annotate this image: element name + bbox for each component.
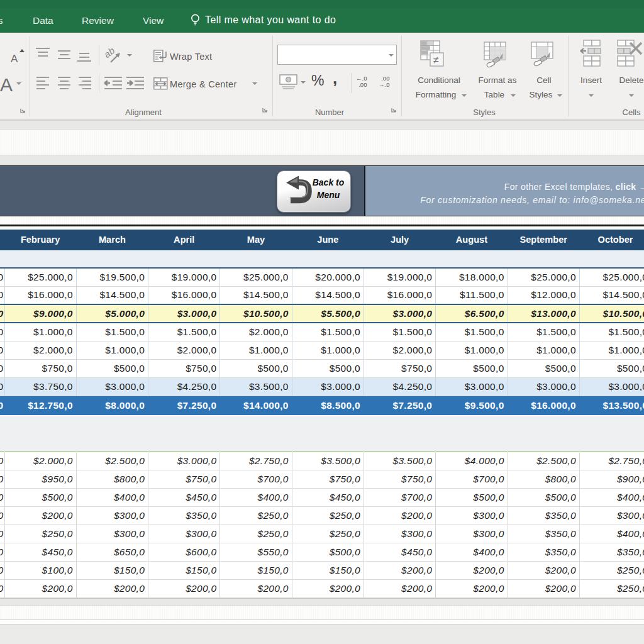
expense-cell[interactable]: $200,0 — [76, 580, 148, 598]
expense-cell[interactable]: $200,0 — [292, 580, 364, 598]
revenue-cell[interactable]: $1.000,0 — [76, 341, 148, 359]
expense-cell[interactable]: $350,0 — [508, 507, 579, 525]
expense-cell[interactable]: $450,0 — [292, 489, 364, 507]
expense-cell[interactable]: $100,0 — [4, 562, 76, 580]
expense-cell[interactable]: $800,0 — [508, 470, 579, 489]
expense-cell[interactable]: $350,0 — [508, 525, 579, 543]
revenue-cell[interactable]: $25.000,0 — [579, 268, 644, 286]
expense-cell[interactable]: $3.500,0 — [364, 452, 435, 470]
expense-cell[interactable]: $200,0 — [220, 580, 292, 598]
conditional-formatting-label2[interactable]: Formatting — [416, 90, 457, 99]
revenue-cell[interactable]: $1.500,0 — [436, 323, 508, 341]
january-clipped-value[interactable]: ,0 — [0, 507, 4, 525]
january-clipped-value[interactable]: ,0 — [0, 543, 4, 562]
expense-cell[interactable]: $200,0 — [364, 507, 435, 525]
conditional-formatting-button[interactable]: ≠ — [415, 39, 445, 72]
january-clipped-value[interactable]: ,0 — [0, 489, 4, 507]
expense-cell[interactable]: $750,0 — [148, 470, 220, 489]
month-header-march[interactable]: March — [76, 230, 148, 250]
merge-center-icon[interactable] — [153, 77, 168, 91]
wrap-text-label[interactable]: Wrap Text — [170, 52, 212, 62]
grow-font-icon[interactable]: A — [0, 48, 25, 65]
back-to-menu-button[interactable]: Back toMenu — [277, 170, 351, 213]
number-dialog-launcher[interactable] — [391, 108, 397, 113]
expense-cell[interactable]: $2.750,0 — [579, 452, 644, 470]
format-as-table-label1[interactable]: Format as — [479, 75, 517, 85]
revenue-cell[interactable]: $500,0 — [220, 359, 292, 377]
month-header-october[interactable]: October — [579, 230, 644, 250]
january-clipped-value[interactable]: ,0 — [0, 359, 4, 377]
wrap-text-icon[interactable] — [153, 50, 168, 63]
month-header-april[interactable]: April — [148, 230, 220, 250]
expense-cell[interactable]: $650,0 — [76, 543, 148, 562]
alignment-dialog-launcher[interactable] — [262, 108, 268, 113]
expense-cell[interactable]: $150,0 — [76, 562, 148, 580]
january-clipped-value[interactable]: ,0 — [0, 268, 4, 286]
revenue-cell[interactable]: $16.000,0 — [508, 396, 579, 415]
revenue-cell[interactable]: $3.500,0 — [220, 377, 292, 396]
tab-review[interactable]: Review — [82, 14, 114, 33]
expense-cell[interactable]: $350,0 — [508, 543, 579, 562]
revenue-cell[interactable]: $3.000,0 — [364, 304, 435, 323]
font-dialog-launcher[interactable] — [20, 108, 26, 114]
expense-cell[interactable]: $200,0 — [508, 580, 579, 598]
expense-cell[interactable]: $800,0 — [76, 470, 148, 489]
insert-caret[interactable] — [589, 94, 594, 97]
expense-cell[interactable]: $250,0 — [579, 562, 644, 580]
accounting-format-caret[interactable] — [301, 81, 306, 84]
revenue-cell[interactable]: $8.000,0 — [76, 396, 148, 415]
revenue-cell[interactable]: $3.000,0 — [148, 304, 220, 323]
merge-center-label[interactable]: Merge & Center — [170, 79, 237, 89]
revenue-cell[interactable]: $750,0 — [364, 359, 435, 377]
revenue-cell[interactable]: $2.000,0 — [220, 323, 292, 341]
revenue-cell[interactable]: $16.000,0 — [148, 286, 220, 304]
revenue-cell[interactable]: $500,0 — [508, 359, 579, 377]
cell-styles-label1[interactable]: Cell — [536, 75, 551, 85]
expense-cell[interactable]: $2.000,0 — [4, 452, 76, 470]
expense-cell[interactable]: $200,0 — [364, 580, 435, 598]
expense-cell[interactable]: $500,0 — [436, 489, 508, 507]
tab-view[interactable]: View — [143, 14, 164, 33]
month-header-september[interactable]: September — [508, 230, 579, 250]
decrease-decimal-button[interactable]: .00 →.0 — [379, 75, 389, 88]
revenue-cell[interactable]: $12.000,0 — [508, 286, 579, 304]
january-clipped-value[interactable]: ,0 — [0, 286, 4, 304]
revenue-cell[interactable]: $14.000,0 — [220, 396, 292, 415]
january-clipped-value[interactable]: ,0 — [0, 562, 4, 580]
revenue-cell[interactable]: $1.000,0 — [579, 341, 644, 359]
revenue-cell[interactable]: $2.000,0 — [364, 341, 435, 359]
conditional-formatting-caret[interactable] — [462, 94, 467, 97]
cell-styles-caret[interactable] — [557, 94, 562, 97]
january-clipped-value[interactable]: ,0 — [0, 377, 4, 396]
revenue-cell[interactable]: $18.000,0 — [436, 268, 508, 286]
revenue-cell[interactable]: $19.500,0 — [76, 268, 148, 286]
revenue-cell[interactable]: $500,0 — [292, 359, 364, 377]
revenue-cell[interactable]: $1.500,0 — [364, 323, 435, 341]
revenue-cell[interactable]: $1.500,0 — [579, 323, 644, 341]
month-header-july[interactable]: July — [364, 230, 435, 250]
revenue-cell[interactable]: $13.500,0 — [579, 396, 644, 415]
tab-formulas[interactable]: Formulas — [0, 14, 3, 33]
expense-cell[interactable]: $300,0 — [364, 525, 435, 543]
orientation-icon[interactable]: ab — [104, 45, 126, 65]
insert-label[interactable]: Insert — [580, 75, 602, 85]
revenue-cell[interactable]: $6.500,0 — [436, 304, 508, 323]
revenue-cell[interactable]: $19.000,0 — [364, 268, 435, 286]
expense-cell[interactable]: $400,0 — [436, 543, 508, 562]
revenue-cell[interactable]: $500,0 — [436, 359, 508, 377]
increase-decimal-button[interactable]: ←.0 .00 — [356, 75, 367, 88]
orientation-caret[interactable] — [127, 54, 132, 57]
revenue-cell[interactable]: $4.250,0 — [148, 377, 220, 396]
format-as-table-label2[interactable]: Table — [484, 90, 504, 99]
revenue-cell[interactable]: $13.000,0 — [508, 304, 579, 323]
revenue-cell[interactable]: $4.250,0 — [364, 377, 435, 396]
expense-cell[interactable]: $250,0 — [220, 525, 292, 543]
expense-cell[interactable]: $350,0 — [579, 543, 644, 562]
expense-cell[interactable]: $200,0 — [364, 562, 435, 580]
revenue-cell[interactable]: $2.000,0 — [148, 341, 220, 359]
expense-cell[interactable]: $200,0 — [436, 562, 508, 580]
revenue-cell[interactable]: $14.500,0 — [579, 286, 644, 304]
font-color-control[interactable]: A — [0, 74, 25, 97]
expense-cell[interactable]: $300,0 — [76, 525, 148, 543]
revenue-cell[interactable]: $1.000,0 — [220, 341, 292, 359]
